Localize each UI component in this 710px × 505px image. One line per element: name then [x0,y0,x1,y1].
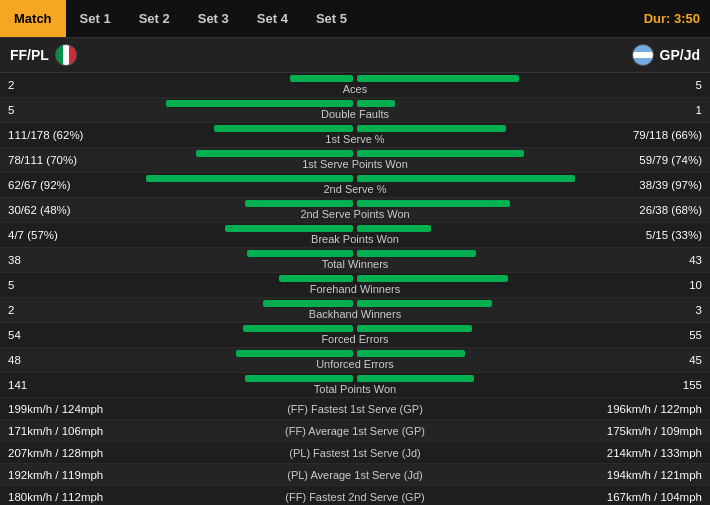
stat-right-value: 155 [586,379,706,391]
speed-left-value: 207km/h / 128mph [4,447,154,459]
tab-set2[interactable]: Set 2 [125,0,184,37]
speed-stat-row: 171km/h / 106mph (FF) Average 1st Serve … [0,420,710,442]
tab-set5[interactable]: Set 5 [302,0,361,37]
stat-bar [124,150,586,157]
speed-left-value: 171km/h / 106mph [4,425,154,437]
stat-bar [124,175,586,182]
stat-left-value: 141 [4,379,124,391]
stat-label: 2nd Serve Points Won [300,208,409,220]
tab-bar: Match Set 1 Set 2 Set 3 Set 4 Set 5 Dur:… [0,0,710,38]
speed-right-value: 175km/h / 109mph [556,425,706,437]
stat-row: 38 Total Winners 43 [0,248,710,273]
player1-flag [55,44,77,66]
stat-row: 111/178 (62%) 1st Serve % 79/118 (66%) [0,123,710,148]
stat-row: 2 Backhand Winners 3 [0,298,710,323]
speed-label: (FF) Fastest 2nd Serve (GP) [154,491,556,503]
stat-left-value: 111/178 (62%) [4,129,124,141]
stat-center: Unforced Errors [124,350,586,370]
speed-left-value: 199km/h / 124mph [4,403,154,415]
bar-left-wrap [128,250,353,257]
stat-label: Total Points Won [314,383,396,395]
bar-left-wrap [128,175,353,182]
stat-center: Backhand Winners [124,300,586,320]
stat-left-value: 2 [4,304,124,316]
speed-label: (FF) Fastest 1st Serve (GP) [154,403,556,415]
stat-bar [124,75,586,82]
stat-center: Forced Errors [124,325,586,345]
bar-left [245,200,353,207]
bar-left [214,125,354,132]
bar-right [357,200,510,207]
tab-set4[interactable]: Set 4 [243,0,302,37]
bar-left [146,175,353,182]
stat-label: 1st Serve Points Won [302,158,408,170]
stat-row: 141 Total Points Won 155 [0,373,710,398]
bar-left [225,225,353,232]
stat-left-value: 48 [4,354,124,366]
speed-left-value: 180km/h / 112mph [4,491,154,503]
bar-right-wrap [357,150,582,157]
bar-right-wrap [357,225,582,232]
bar-right-wrap [357,125,582,132]
bar-right-wrap [357,250,582,257]
stat-row: 54 Forced Errors 55 [0,323,710,348]
stat-bar [124,250,586,257]
bar-right [357,150,524,157]
bar-left [166,100,353,107]
bar-left-wrap [128,75,353,82]
speed-right-value: 194km/h / 121mph [556,469,706,481]
stat-left-value: 5 [4,279,124,291]
stat-label: 1st Serve % [325,133,384,145]
speed-right-value: 214km/h / 133mph [556,447,706,459]
bar-right [357,125,506,132]
speed-label: (FF) Average 1st Serve (GP) [154,425,556,437]
stat-bar [124,300,586,307]
stat-right-value: 1 [586,104,706,116]
stat-right-value: 55 [586,329,706,341]
tab-set1[interactable]: Set 1 [66,0,125,37]
bar-left [290,75,353,82]
stat-center: Break Points Won [124,225,586,245]
bar-left [279,275,353,282]
bar-right [357,100,395,107]
bar-right-wrap [357,200,582,207]
stat-left-value: 54 [4,329,124,341]
bar-left-wrap [128,200,353,207]
bar-left-wrap [128,150,353,157]
speed-label: (PL) Average 1st Serve (Jd) [154,469,556,481]
bar-left [243,325,353,332]
tab-set3[interactable]: Set 3 [184,0,243,37]
bar-right [357,75,519,82]
bar-left [196,150,354,157]
stat-left-value: 62/67 (92%) [4,179,124,191]
stat-right-value: 59/79 (74%) [586,154,706,166]
stat-row: 5 Double Faults 1 [0,98,710,123]
stat-bar [124,375,586,382]
stat-row: 4/7 (57%) Break Points Won 5/15 (33%) [0,223,710,248]
stat-label: Aces [343,83,367,95]
bar-right-wrap [357,375,582,382]
stat-label: Forced Errors [321,333,388,345]
stat-bar [124,125,586,132]
bar-right [357,250,476,257]
player2-flag [632,44,654,66]
stat-center: Aces [124,75,586,95]
bar-left-wrap [128,375,353,382]
speed-label: (PL) Fastest 1st Serve (Jd) [154,447,556,459]
stat-left-value: 5 [4,104,124,116]
speed-stat-row: 192km/h / 119mph (PL) Average 1st Serve … [0,464,710,486]
bar-right-wrap [357,350,582,357]
bar-right [357,375,474,382]
match-duration: Dur: 3:50 [644,11,700,26]
stat-row: 48 Unforced Errors 45 [0,348,710,373]
stats-table: 2 Aces 5 5 Double [0,73,710,398]
bar-right [357,300,492,307]
stat-center: 2nd Serve % [124,175,586,195]
stat-bar [124,200,586,207]
stat-bar [124,325,586,332]
bar-right-wrap [357,75,582,82]
stat-center: 2nd Serve Points Won [124,200,586,220]
stat-label: 2nd Serve % [324,183,387,195]
stat-label: Forehand Winners [310,283,401,295]
tab-match[interactable]: Match [0,0,66,37]
